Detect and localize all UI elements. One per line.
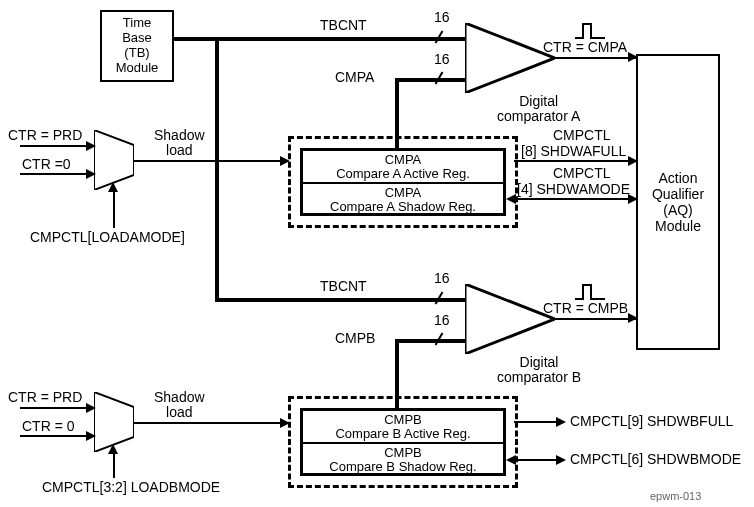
cmpb-shadow-name: CMPB [384, 446, 422, 460]
cmpa-shadow-desc: Compare A Shadow Reg. [330, 200, 476, 214]
mux-a-sel-label: CMPCTL[LOADAMODE] [30, 230, 185, 245]
svg-marker-2 [465, 284, 555, 354]
shdwamode-bit: [4] SHDWAMODE [517, 182, 630, 197]
mux-a-in0-arrow [86, 141, 96, 151]
tb-line1: Time [123, 16, 151, 31]
mux-b-in1-line [20, 435, 94, 437]
time-base-module: Time Base (TB) Module [100, 10, 174, 82]
shdwafull-bit: [8] SHDWAFULL [521, 144, 626, 159]
shdwafull-arrow [628, 156, 638, 166]
cmpa-signal-label: CMPA [335, 70, 374, 85]
shdwbfull-arrow [556, 417, 566, 427]
cmpa-shadow-name: CMPA [385, 186, 422, 200]
tbcnt-b-line [215, 298, 465, 302]
comp-b-out-arrow [628, 313, 638, 323]
shdwbmode-arrow-r [556, 455, 566, 465]
comp-a-out-label: CTR = CMPA [543, 40, 627, 55]
svg-marker-1 [94, 130, 134, 190]
mux-a-out-label: Shadow load [154, 128, 205, 159]
cmpa-register-pair: CMPA Compare A Active Reg. CMPA Compare … [300, 148, 506, 216]
comp-b-out-label: CTR = CMPB [543, 301, 628, 316]
tb-line3: (TB) [124, 46, 149, 61]
comp-b-desc: Digital comparator B [497, 355, 581, 386]
aq-line1: Action [659, 170, 698, 186]
mux-a-out-line [134, 160, 288, 162]
shdwbmode-line [514, 459, 562, 461]
shdwamode-line [514, 198, 636, 200]
mux-b-in1-arrow [86, 431, 96, 441]
mux-a-sel-arrow [108, 182, 118, 192]
aq-line2: Qualifier [652, 186, 704, 202]
tbcnt-bus-vert [215, 37, 219, 302]
tb-line4: Module [116, 61, 159, 76]
cmpa-line-horz [395, 78, 465, 82]
cmpa-active-name: CMPA [385, 153, 422, 167]
mux-a-in0-line [20, 145, 94, 147]
aq-line3: (AQ) [663, 202, 693, 218]
comp-a-out-line [555, 57, 636, 59]
cmpa-active-reg: CMPA Compare A Active Reg. [303, 151, 503, 184]
mux-b-in0-arrow [86, 403, 96, 413]
loadbmode-mux [94, 392, 134, 452]
cmpa-active-desc: Compare A Active Reg. [336, 167, 470, 181]
aq-line4: Module [655, 218, 701, 234]
cmpb-active-reg: CMPB Compare B Active Reg. [303, 411, 503, 444]
cmpb-shadow-reg: CMPB Compare B Shadow Reg. [303, 444, 503, 475]
mux-a-in1-line [20, 173, 94, 175]
mux-a-in1-arrow [86, 169, 96, 179]
mux-b-out-line [134, 422, 288, 424]
shdwbmode-label: CMPCTL[6] SHDWBMODE [570, 452, 741, 467]
digital-comparator-a [465, 23, 555, 93]
shdwafull-line [514, 160, 636, 162]
figure-id: epwm-013 [650, 490, 701, 502]
tbcnt-a-line [215, 37, 465, 41]
mux-b-in0-line [20, 407, 94, 409]
mux-b-sel-line [113, 452, 115, 478]
tbcnt-a-width: 16 [434, 10, 450, 25]
mux-b-in1-label: CTR = 0 [22, 419, 75, 434]
cmpb-register-pair: CMPB Compare B Active Reg. CMPB Compare … [300, 408, 506, 476]
mux-a-sel-line [113, 190, 115, 228]
cmpb-active-desc: Compare B Active Reg. [335, 427, 470, 441]
mux-b-sel-arrow [108, 444, 118, 454]
tb-line2: Base [122, 31, 152, 46]
mux-b-sel-label: CMPCTL[3:2] LOADBMODE [42, 480, 220, 495]
mux-a-out-arrow [280, 156, 290, 166]
shdwamode-arrow-l [506, 194, 516, 204]
shdwbmode-arrow-l [506, 455, 516, 465]
comp-a-desc: Digital comparator A [497, 94, 580, 125]
tbcnt-a-label: TBCNT [320, 18, 367, 33]
shdwbfull-line [514, 421, 562, 423]
shdwafull-reg: CMPCTL [553, 128, 611, 143]
cmpa-width: 16 [434, 52, 450, 67]
comp-b-out-line [555, 318, 636, 320]
mux-b-out-label: Shadow load [154, 390, 205, 421]
cmpb-shadow-desc: Compare B Shadow Reg. [329, 460, 476, 474]
mux-b-in0-label: CTR = PRD [8, 390, 82, 405]
svg-marker-3 [94, 392, 134, 452]
mux-b-out-arrow [280, 418, 290, 428]
loadamode-mux [94, 130, 134, 190]
cmpa-shadow-reg: CMPA Compare A Shadow Reg. [303, 184, 503, 215]
mux-a-in0-label: CTR = PRD [8, 128, 82, 143]
tbcnt-b-width: 16 [434, 271, 450, 286]
cmpb-width: 16 [434, 313, 450, 328]
cmpb-signal-label: CMPB [335, 331, 375, 346]
shdwbfull-label: CMPCTL[9] SHDWBFULL [570, 414, 733, 429]
shdwamode-reg: CMPCTL [553, 166, 611, 181]
digital-comparator-b [465, 284, 555, 354]
mux-a-in1-label: CTR =0 [22, 157, 71, 172]
action-qualifier-module: Action Qualifier (AQ) Module [636, 54, 720, 350]
cmpb-active-name: CMPB [384, 413, 422, 427]
svg-marker-0 [465, 23, 555, 93]
tb-out-line [172, 37, 219, 41]
comp-a-out-arrow [628, 52, 638, 62]
cmpb-line-horz [395, 339, 465, 343]
tbcnt-b-label: TBCNT [320, 279, 367, 294]
